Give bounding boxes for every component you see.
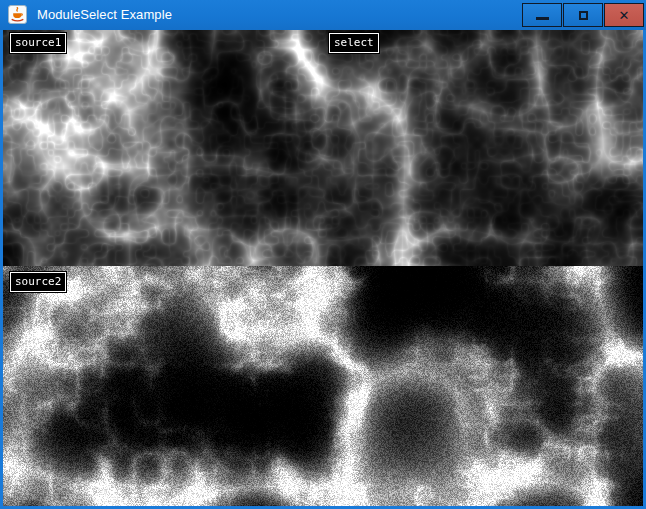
source1-image <box>3 30 323 266</box>
titlebar[interactable]: ModuleSelect Example ✕ <box>0 0 646 30</box>
minimize-icon <box>536 17 549 20</box>
maximize-icon <box>579 11 588 20</box>
application-window: ModuleSelect Example ✕ source1 select so… <box>0 0 646 509</box>
select-label: select <box>329 33 379 53</box>
java-coffee-cup-icon[interactable] <box>8 5 27 24</box>
window-controls: ✕ <box>522 3 644 27</box>
source1-label: source1 <box>10 33 66 53</box>
source2-label: source2 <box>10 272 66 292</box>
window-title: ModuleSelect Example <box>37 0 172 30</box>
minimize-button[interactable] <box>522 3 562 27</box>
client-area: source1 select source2 <box>3 30 643 506</box>
close-icon: ✕ <box>619 9 630 22</box>
maximize-button[interactable] <box>563 3 603 27</box>
source2-image <box>3 266 643 506</box>
close-button[interactable]: ✕ <box>604 3 644 27</box>
